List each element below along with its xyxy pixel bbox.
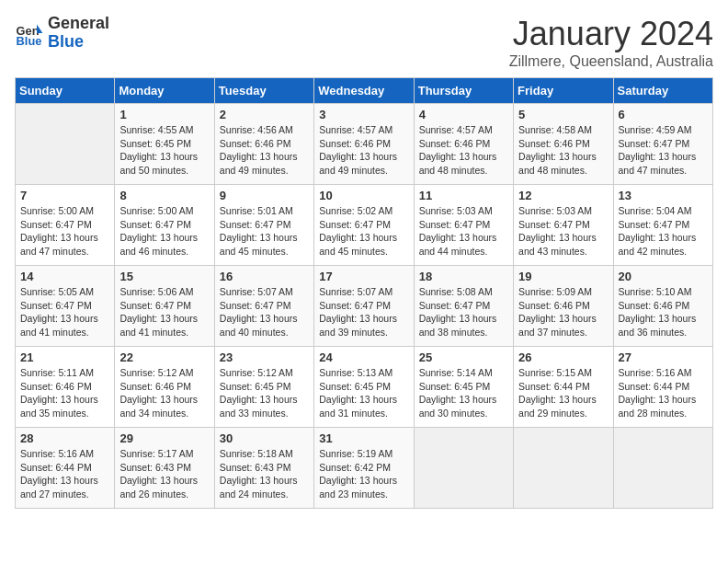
location-title: Zillmere, Queensland, Australia [509,53,713,70]
calendar-cell: 1Sunrise: 4:55 AM Sunset: 6:45 PM Daylig… [115,104,214,185]
day-number: 7 [20,189,109,202]
day-number: 18 [419,270,508,283]
calendar-cell: 27Sunrise: 5:16 AM Sunset: 6:44 PM Dayli… [613,347,712,428]
day-info: Sunrise: 5:00 AM Sunset: 6:47 PM Dayligh… [119,204,209,259]
calendar-cell: 7Sunrise: 5:00 AM Sunset: 6:47 PM Daylig… [16,185,115,266]
calendar-week-row: 28Sunrise: 5:16 AM Sunset: 6:44 PM Dayli… [16,428,713,509]
calendar-cell: 31Sunrise: 5:19 AM Sunset: 6:42 PM Dayli… [314,428,414,509]
calendar-cell: 29Sunrise: 5:17 AM Sunset: 6:43 PM Dayli… [115,428,214,509]
calendar-cell: 25Sunrise: 5:14 AM Sunset: 6:45 PM Dayli… [414,347,513,428]
day-number: 14 [20,270,109,283]
day-info: Sunrise: 5:10 AM Sunset: 6:46 PM Dayligh… [619,285,708,339]
day-number: 17 [319,270,408,283]
day-number: 1 [119,108,209,121]
svg-text:Blue: Blue [17,34,42,48]
title-block: January 2024 Zillmere, Queensland, Austr… [509,15,713,70]
calendar-cell: 5Sunrise: 4:58 AM Sunset: 6:46 PM Daylig… [514,104,613,185]
day-info: Sunrise: 5:02 AM Sunset: 6:47 PM Dayligh… [319,204,408,259]
day-info: Sunrise: 5:13 AM Sunset: 6:45 PM Dayligh… [319,366,408,420]
day-info: Sunrise: 5:14 AM Sunset: 6:45 PM Dayligh… [419,366,508,420]
day-info: Sunrise: 5:15 AM Sunset: 6:44 PM Dayligh… [518,366,608,420]
day-number: 24 [319,350,408,364]
calendar-cell: 4Sunrise: 4:57 AM Sunset: 6:46 PM Daylig… [414,104,513,185]
calendar-cell: 3Sunrise: 4:57 AM Sunset: 6:46 PM Daylig… [314,104,414,185]
calendar-cell: 20Sunrise: 5:10 AM Sunset: 6:46 PM Dayli… [613,266,712,347]
day-info: Sunrise: 5:19 AM Sunset: 6:42 PM Dayligh… [319,447,408,501]
logo-icon: Gen Blue [15,18,44,48]
day-info: Sunrise: 4:58 AM Sunset: 6:46 PM Dayligh… [518,123,608,178]
calendar-cell: 11Sunrise: 5:03 AM Sunset: 6:47 PM Dayli… [414,185,513,266]
day-info: Sunrise: 5:17 AM Sunset: 6:43 PM Dayligh… [119,447,209,501]
day-info: Sunrise: 5:08 AM Sunset: 6:47 PM Dayligh… [419,285,508,339]
day-number: 15 [119,270,209,283]
logo-text: General Blue [48,15,109,52]
calendar-cell: 10Sunrise: 5:02 AM Sunset: 6:47 PM Dayli… [314,185,414,266]
calendar-cell: 14Sunrise: 5:05 AM Sunset: 6:47 PM Dayli… [16,266,115,347]
calendar-cell: 30Sunrise: 5:18 AM Sunset: 6:43 PM Dayli… [214,428,313,509]
day-number: 16 [220,270,309,283]
day-number: 11 [419,189,508,202]
day-number: 28 [20,431,109,445]
day-number: 12 [518,189,608,202]
day-number: 29 [119,431,209,445]
day-number: 3 [319,108,408,121]
day-number: 9 [220,189,309,202]
calendar-header-row: SundayMondayTuesdayWednesdayThursdayFrid… [16,78,713,104]
weekday-header: Friday [514,78,613,104]
day-info: Sunrise: 5:16 AM Sunset: 6:44 PM Dayligh… [20,447,109,501]
day-info: Sunrise: 5:06 AM Sunset: 6:47 PM Dayligh… [119,285,209,339]
calendar-body: 1Sunrise: 4:55 AM Sunset: 6:45 PM Daylig… [16,104,713,509]
day-info: Sunrise: 4:55 AM Sunset: 6:45 PM Dayligh… [119,123,209,178]
day-number: 26 [518,350,608,364]
calendar-cell: 19Sunrise: 5:09 AM Sunset: 6:46 PM Dayli… [514,266,613,347]
day-number: 27 [619,350,708,364]
calendar-cell: 22Sunrise: 5:12 AM Sunset: 6:46 PM Dayli… [115,347,214,428]
day-number: 19 [518,270,608,283]
calendar-cell: 17Sunrise: 5:07 AM Sunset: 6:47 PM Dayli… [314,266,414,347]
calendar-cell: 12Sunrise: 5:03 AM Sunset: 6:47 PM Dayli… [514,185,613,266]
calendar-cell [613,428,712,509]
calendar-week-row: 7Sunrise: 5:00 AM Sunset: 6:47 PM Daylig… [16,185,713,266]
calendar-cell: 9Sunrise: 5:01 AM Sunset: 6:47 PM Daylig… [214,185,313,266]
calendar-cell [514,428,613,509]
day-number: 25 [419,350,508,364]
day-number: 5 [518,108,608,121]
day-info: Sunrise: 5:16 AM Sunset: 6:44 PM Dayligh… [619,366,708,420]
day-number: 4 [419,108,508,121]
svg-marker-2 [37,24,42,33]
day-info: Sunrise: 5:04 AM Sunset: 6:47 PM Dayligh… [619,204,708,259]
day-number: 8 [119,189,209,202]
calendar-week-row: 14Sunrise: 5:05 AM Sunset: 6:47 PM Dayli… [16,266,713,347]
day-number: 31 [319,431,408,445]
day-number: 23 [220,350,309,364]
month-title: January 2024 [509,15,713,53]
day-info: Sunrise: 5:12 AM Sunset: 6:45 PM Dayligh… [220,366,309,420]
day-info: Sunrise: 5:07 AM Sunset: 6:47 PM Dayligh… [220,285,309,339]
calendar-cell: 26Sunrise: 5:15 AM Sunset: 6:44 PM Dayli… [514,347,613,428]
day-info: Sunrise: 5:01 AM Sunset: 6:47 PM Dayligh… [220,204,309,259]
weekday-header: Tuesday [214,78,313,104]
day-info: Sunrise: 5:03 AM Sunset: 6:47 PM Dayligh… [518,204,608,259]
day-number: 10 [319,189,408,202]
calendar-cell: 15Sunrise: 5:06 AM Sunset: 6:47 PM Dayli… [115,266,214,347]
weekday-header: Wednesday [314,78,414,104]
calendar-cell: 28Sunrise: 5:16 AM Sunset: 6:44 PM Dayli… [16,428,115,509]
calendar-week-row: 1Sunrise: 4:55 AM Sunset: 6:45 PM Daylig… [16,104,713,185]
day-info: Sunrise: 5:18 AM Sunset: 6:43 PM Dayligh… [220,447,309,501]
logo-blue-text: Blue [48,33,109,52]
weekday-header: Sunday [16,78,115,104]
day-info: Sunrise: 5:00 AM Sunset: 6:47 PM Dayligh… [20,204,109,259]
calendar-cell: 21Sunrise: 5:11 AM Sunset: 6:46 PM Dayli… [16,347,115,428]
calendar-cell: 23Sunrise: 5:12 AM Sunset: 6:45 PM Dayli… [214,347,313,428]
weekday-header: Monday [115,78,214,104]
calendar-cell: 6Sunrise: 4:59 AM Sunset: 6:47 PM Daylig… [613,104,712,185]
day-info: Sunrise: 4:59 AM Sunset: 6:47 PM Dayligh… [619,123,708,178]
calendar-cell: 24Sunrise: 5:13 AM Sunset: 6:45 PM Dayli… [314,347,414,428]
day-info: Sunrise: 5:03 AM Sunset: 6:47 PM Dayligh… [419,204,508,259]
page-header: Gen Blue General Blue January 2024 Zillm… [15,15,713,70]
logo-general-text: General [48,15,109,33]
calendar-cell: 8Sunrise: 5:00 AM Sunset: 6:47 PM Daylig… [115,185,214,266]
day-number: 21 [20,350,109,364]
day-number: 30 [220,431,309,445]
calendar-cell [414,428,513,509]
